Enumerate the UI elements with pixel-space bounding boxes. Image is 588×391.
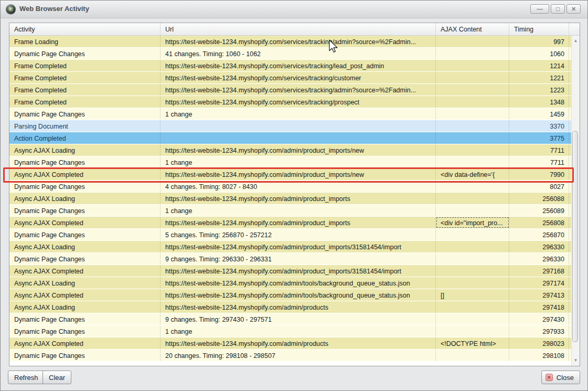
ajax-content-cell <box>436 60 509 71</box>
url-cell: https://test-website-1234.myshopify.com/… <box>161 277 436 289</box>
timing-cell: 298023 <box>509 337 569 349</box>
ajax-content-cell <box>436 48 509 59</box>
url-cell: https://test-website-1234.myshopify.com/… <box>161 72 436 83</box>
activity-cell: Async AJAX Completed <box>9 337 161 349</box>
ajax-content-cell <box>436 84 509 96</box>
table-row[interactable]: Async AJAX Loadinghttps://test-website-1… <box>9 144 571 156</box>
window-title: Web Browser Activity <box>19 5 89 13</box>
vertical-scrollbar[interactable]: ▲ ▼ <box>571 36 580 366</box>
table-row[interactable]: Async AJAX Loadinghttps://test-website-1… <box>9 193 571 205</box>
url-cell: https://test-website-1234.myshopify.com/… <box>161 193 436 204</box>
activity-table: Activity Url AJAX Content Timing Frame L… <box>9 23 580 366</box>
column-header-ajax-content[interactable]: AJAX Content <box>436 23 509 35</box>
table-row[interactable]: Async AJAX Completedhttps://test-website… <box>9 289 571 301</box>
table-row[interactable]: Async AJAX Completedhttps://test-website… <box>9 168 571 181</box>
table-row[interactable]: Frame Completedhttps://test-website-1234… <box>9 84 571 96</box>
column-header-activity[interactable]: Activity <box>9 23 161 35</box>
activity-cell: Dynamic Page Changes <box>9 108 161 120</box>
table-row[interactable]: Dynamic Page Changes4 changes. Timing: 8… <box>9 181 571 193</box>
clear-button[interactable]: Clear <box>42 371 71 384</box>
table-row[interactable]: Dynamic Page Changes5 changes. Timing: 2… <box>9 229 571 241</box>
timing-cell: 1060 <box>509 48 569 59</box>
timing-cell: 297413 <box>509 289 569 301</box>
app-icon <box>6 4 16 14</box>
activity-cell: Frame Loading <box>9 36 161 47</box>
timing-cell: 7990 <box>509 168 569 180</box>
table-row[interactable]: Dynamic Page Changes1 change256089 <box>9 205 571 217</box>
table-row[interactable]: Dynamic Page Changes20 changes. Timing: … <box>9 350 571 362</box>
ajax-content-cell <box>436 72 509 83</box>
close-icon: ✕ <box>571 6 576 12</box>
timing-cell: 297430 <box>509 313 569 325</box>
ajax-content-cell: <div data-define='{ <box>436 168 509 180</box>
url-cell: 1 change <box>161 325 436 337</box>
activity-cell: Parsing Document <box>9 120 161 132</box>
maximize-icon: □ <box>556 5 560 13</box>
timing-cell: 298108 <box>509 350 569 361</box>
table-row[interactable]: Action Completed3775 <box>9 132 571 144</box>
ajax-content-cell <box>436 241 509 252</box>
ajax-content-cell <box>436 301 509 313</box>
table-row[interactable]: Async AJAX Completedhttps://test-website… <box>9 265 571 277</box>
timing-cell: 1223 <box>509 84 569 96</box>
table-row[interactable]: Frame Loadinghttps://test-website-1234.m… <box>9 36 571 48</box>
table-row[interactable]: Async AJAX Completedhttps://test-website… <box>9 337 571 350</box>
close-window-button[interactable]: ✕ <box>566 4 581 14</box>
url-cell: 20 changes. Timing: 298108 - 298507 <box>161 350 436 361</box>
timing-cell: 997 <box>509 36 569 47</box>
table-row[interactable]: Dynamic Page Changes9 changes. Timing: 2… <box>9 253 571 265</box>
close-button[interactable]: ✕ Close <box>541 371 580 384</box>
refresh-button[interactable]: Refresh <box>8 371 45 384</box>
table-row[interactable]: Async AJAX Loadinghttps://test-website-1… <box>9 241 571 253</box>
table-row[interactable]: Dynamic Page Changes1 change7711 <box>9 156 571 168</box>
table-row[interactable]: Frame Completedhttps://test-website-1234… <box>9 96 571 108</box>
activity-cell: Async AJAX Loading <box>9 241 161 252</box>
timing-cell: 3370 <box>509 120 569 132</box>
timing-cell: 1221 <box>509 72 569 83</box>
table-row[interactable]: Dynamic Page Changes1 change1459 <box>9 108 571 120</box>
table-row[interactable]: Async AJAX Completedhttps://test-website… <box>9 217 571 229</box>
maximize-button[interactable]: □ <box>551 4 565 14</box>
ajax-content-cell <box>436 144 509 156</box>
timing-cell: 7711 <box>509 144 569 156</box>
activity-cell: Dynamic Page Changes <box>9 313 161 325</box>
url-cell: 1 change <box>161 108 436 120</box>
table-header: Activity Url AJAX Content Timing <box>9 23 580 36</box>
table-row[interactable]: Dynamic Page Changes41 changes. Timing: … <box>9 48 571 60</box>
minimize-button[interactable]: — <box>530 4 549 14</box>
activity-cell: Dynamic Page Changes <box>9 205 161 216</box>
ajax-content-cell <box>436 265 509 277</box>
column-header-url[interactable]: Url <box>161 23 436 35</box>
column-header-timing[interactable]: Timing <box>509 23 569 35</box>
ajax-content-cell <box>436 36 509 47</box>
ajax-content-cell <box>436 108 509 120</box>
table-row[interactable]: Parsing Document3370 <box>9 120 571 132</box>
table-row[interactable]: Dynamic Page Changes1 change297933 <box>9 325 571 337</box>
scroll-down-icon[interactable]: ▼ <box>572 356 580 365</box>
table-body: Frame Loadinghttps://test-website-1234.m… <box>9 36 571 362</box>
table-row[interactable]: Frame Completedhttps://test-website-1234… <box>9 60 571 72</box>
ajax-content-cell <box>436 96 509 108</box>
timing-cell: 297168 <box>509 265 569 277</box>
close-button-icon: ✕ <box>546 374 553 381</box>
table-row[interactable]: Async AJAX Loadinghttps://test-website-1… <box>9 277 571 289</box>
timing-cell: 256870 <box>509 229 569 240</box>
url-cell: https://test-website-1234.myshopify.com/… <box>161 144 436 156</box>
url-cell: https://test-website-1234.myshopify.com/… <box>161 168 436 180</box>
scroll-up-icon[interactable]: ▲ <box>572 37 580 45</box>
table-row[interactable]: Frame Completedhttps://test-website-1234… <box>9 72 571 84</box>
scrollbar-thumb[interactable] <box>572 131 578 342</box>
timing-cell: 297933 <box>509 325 569 337</box>
ajax-content-cell <box>436 193 509 204</box>
table-row[interactable]: Async AJAX Loadinghttps://test-website-1… <box>9 301 571 313</box>
ajax-content-cell <box>436 325 509 337</box>
table-row[interactable]: Dynamic Page Changes9 changes. Timing: 2… <box>9 313 571 325</box>
url-cell: https://test-website-1234.myshopify.com/… <box>161 289 436 301</box>
url-cell: 4 changes. Timing: 8027 - 8430 <box>161 181 436 192</box>
url-cell: https://test-website-1234.myshopify.com/… <box>161 36 436 47</box>
activity-cell: Frame Completed <box>9 96 161 108</box>
titlebar[interactable]: Web Browser Activity — □ ✕ <box>1 1 587 18</box>
activity-cell: Async AJAX Loading <box>9 144 161 156</box>
timing-cell: 296330 <box>509 241 569 252</box>
minimize-icon: — <box>537 5 543 13</box>
